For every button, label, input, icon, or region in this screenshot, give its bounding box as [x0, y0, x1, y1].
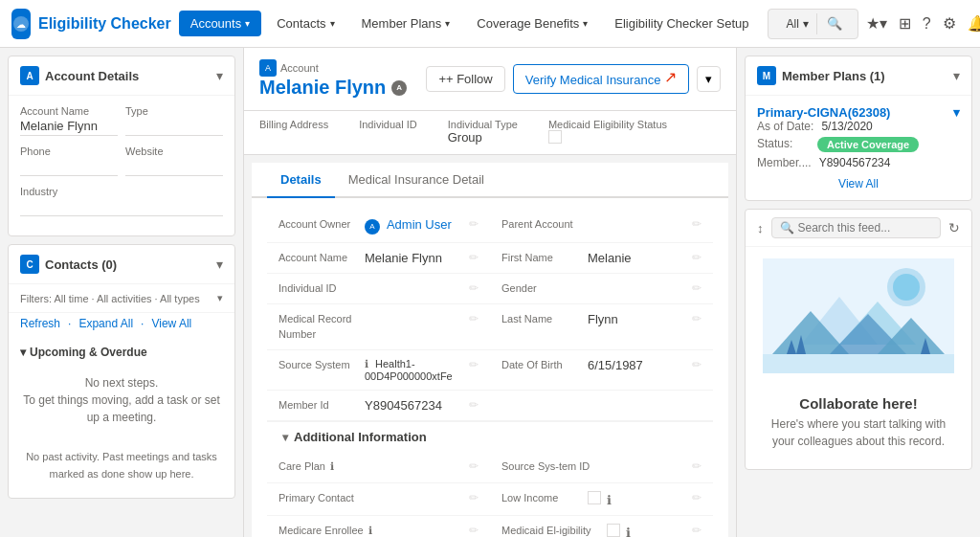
member-plans-chevron-icon[interactable]: ▾ [953, 68, 960, 83]
first-name-field: First Name Melanie ✏ [490, 243, 713, 274]
sort-icon[interactable]: ↕ [757, 221, 764, 235]
contacts-chevron-icon[interactable]: ▾ [216, 257, 223, 272]
tab-medical-insurance[interactable]: Medical Insurance Detail [335, 163, 498, 198]
feed-search-bar[interactable]: 🔍 [771, 217, 942, 238]
care-plan-field: Care Plan ℹ ✏ [267, 452, 490, 482]
global-search-bar[interactable]: All ▾ 🔍 [768, 9, 858, 39]
feed-illustration [746, 247, 971, 388]
medicaid-elig-field: Medicaid El-igibility Status ℹ ✏ [490, 516, 713, 537]
view-all-plans-link[interactable]: View All [757, 177, 960, 190]
industry-field: Industry [20, 186, 223, 216]
filters-dropdown-icon[interactable]: ▾ [217, 292, 223, 304]
medical-record-field: Medical Record Number ✏ [267, 304, 490, 350]
member-plans-header: M Member Plans (1) ▾ [746, 56, 971, 96]
medicare-edit-icon[interactable]: ✏ [469, 524, 479, 537]
record-actions-dropdown-button[interactable]: ▾ [697, 66, 721, 92]
account-details-card: A Account Details ▾ Account Name Melanie… [8, 56, 235, 236]
top-bar-actions: ★▾ ⊞ ? ⚙ 🔔 A [866, 11, 980, 37]
low-income-field: Low Income ℹ ✏ [490, 483, 713, 516]
help-icon[interactable]: ? [923, 15, 931, 33]
nav-item-coverage-benefits[interactable]: Coverage Benefits ▾ [465, 11, 599, 36]
source-sys-id-field: Source Sys-tem ID ✏ [490, 452, 713, 482]
feed-search-input[interactable] [798, 221, 933, 235]
notifications-icon[interactable]: 🔔 [968, 14, 980, 33]
phone-field: Phone [20, 145, 118, 176]
primary-contact-edit-icon[interactable]: ✏ [469, 491, 479, 504]
last-name-edit-icon[interactable]: ✏ [692, 312, 702, 325]
feed-header: ↕ 🔍 ↻ [746, 210, 971, 247]
contacts-filters-bar: Filters: All time · All activities · All… [9, 284, 234, 313]
record-actions: + + Follow Verify Medical Insurance ↗ ▾ [426, 64, 721, 94]
member-plans-chevron-icon: ▾ [445, 18, 450, 29]
gender-edit-icon[interactable]: ✏ [692, 281, 702, 295]
feed-card: ↕ 🔍 ↻ [745, 209, 972, 470]
upcoming-empty-text: No next steps.To get things moving, add … [20, 367, 223, 434]
account-owner-value[interactable]: A Admin User [365, 217, 465, 235]
acct-name-edit-icon[interactable]: ✏ [469, 251, 479, 264]
collaborate-text: Here's where you start talking with your… [757, 415, 960, 458]
src-sys-id-edit-icon[interactable]: ✏ [692, 459, 702, 473]
account-name-field: Account Name Melanie Flynn [20, 105, 118, 136]
waffle-icon[interactable]: ⊞ [899, 14, 911, 33]
nav-item-contacts[interactable]: Contacts ▾ [265, 11, 345, 36]
search-type-selector[interactable]: All ▾ [778, 13, 816, 34]
plan-name-link[interactable]: Primary-CIGNA(62308) ▾ [757, 105, 960, 120]
low-income-checkbox[interactable] [588, 491, 601, 504]
empty-field [490, 391, 713, 421]
med-rec-edit-icon[interactable]: ✏ [469, 312, 479, 325]
account-icon: A [20, 66, 39, 85]
dropdown-chevron-icon: ▾ [705, 72, 712, 86]
medicaid-checkbox[interactable] [548, 130, 562, 144]
svg-text:☁: ☁ [16, 19, 26, 30]
right-panel: M Member Plans (1) ▾ Primary-CIGNA(62308… [736, 48, 980, 537]
dob-edit-icon[interactable]: ✏ [692, 358, 702, 371]
setup-icon[interactable]: ⚙ [943, 14, 956, 33]
follow-button[interactable]: + + Follow [426, 66, 504, 92]
nav-item-accounts[interactable]: Accounts ▾ [179, 11, 261, 36]
expand-all-link[interactable]: Expand All [78, 317, 133, 330]
record-type-label: A Account [259, 59, 407, 77]
first-name-edit-icon[interactable]: ✏ [692, 251, 702, 264]
account-details-title: A Account Details [20, 66, 139, 85]
additional-info-section-header[interactable]: ▾ Additional Information [267, 421, 713, 452]
website-field: Website [125, 145, 223, 176]
parent-edit-icon[interactable]: ✏ [692, 217, 702, 231]
record-title-area: A Account Melanie Flynn A [259, 59, 407, 99]
status-badge: Active Coverage [817, 137, 919, 152]
industry-row: Industry [20, 186, 223, 216]
source-system-field: Source System ℹ Health1-00D4P000000xtFe … [267, 350, 490, 391]
view-all-link[interactable]: View All [151, 317, 191, 330]
coverage-chevron-icon: ▾ [583, 18, 588, 29]
phone-website-row: Phone Website [20, 145, 223, 176]
edit-icon[interactable]: ✏ [469, 217, 479, 231]
favorites-icon[interactable]: ★▾ [866, 14, 887, 33]
feed-refresh-icon[interactable]: ↻ [948, 220, 960, 235]
care-plan-edit-icon[interactable]: ✏ [469, 459, 479, 473]
record-body: Details Medical Insurance Detail Account… [244, 155, 736, 537]
member-plans-title: M Member Plans (1) [757, 66, 885, 85]
member-id-edit-icon[interactable]: ✏ [469, 398, 479, 412]
account-details-chevron-icon[interactable]: ▾ [216, 68, 223, 83]
src-sys-edit-icon[interactable]: ✏ [469, 358, 479, 371]
medicaid-elig-edit-icon[interactable]: ✏ [692, 524, 702, 537]
type-field: Type [125, 105, 223, 136]
contacts-links: Refresh · Expand All · View All [9, 313, 234, 338]
verify-medical-insurance-button[interactable]: Verify Medical Insurance ↗ [513, 64, 689, 94]
medicaid-elig-checkbox[interactable] [607, 524, 620, 537]
left-panel: A Account Details ▾ Account Name Melanie… [0, 48, 244, 537]
ind-id-edit-icon[interactable]: ✏ [469, 281, 479, 295]
contacts-header: C Contacts (0) ▾ [9, 245, 234, 284]
account-details-body: Account Name Melanie Flynn Type Phone We [9, 96, 234, 235]
nav-item-member-plans[interactable]: Member Plans ▾ [350, 11, 462, 36]
gender-field: Gender ✏ [490, 274, 713, 304]
source-info-icon: ℹ [365, 358, 368, 369]
nav-item-eligibility-setup[interactable]: Eligibility Checker Setup [603, 11, 760, 36]
refresh-link[interactable]: Refresh [20, 317, 60, 330]
individual-id-field: Individual ID [359, 119, 417, 146]
medicaid-eligibility-field: Medicaid Eligibility Status [548, 119, 667, 146]
account-name-detail-field: Account Name Melanie Flynn ✏ [267, 243, 490, 274]
svg-point-4 [893, 274, 920, 301]
tab-details[interactable]: Details [267, 163, 335, 198]
contacts-title: C Contacts (0) [20, 255, 117, 274]
low-income-edit-icon[interactable]: ✏ [692, 491, 702, 504]
